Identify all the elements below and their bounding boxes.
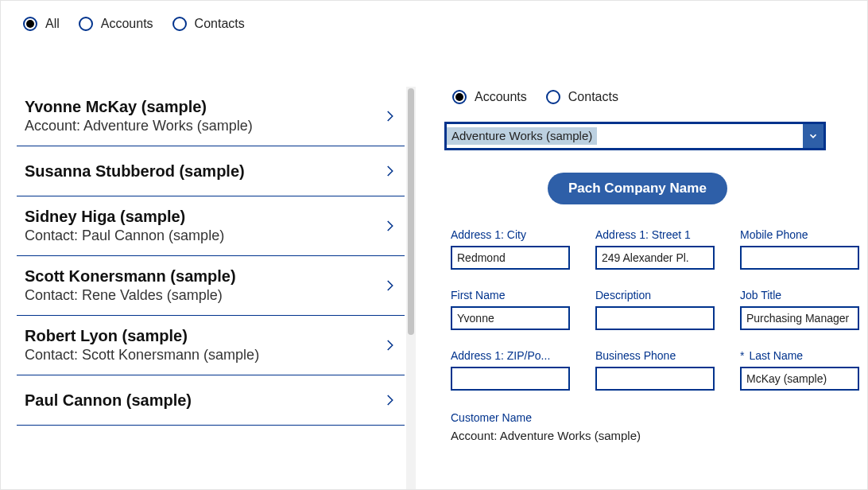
field-label: Description bbox=[595, 289, 715, 301]
detail-filter-radio[interactable]: Contacts bbox=[546, 90, 618, 104]
top-filter-radios: AllAccountsContacts bbox=[1, 1, 867, 31]
list-item[interactable]: Sidney Higa (sample)Contact: Paul Cannon… bbox=[17, 196, 405, 256]
field-label-text: Description bbox=[595, 289, 651, 301]
field-input[interactable] bbox=[595, 246, 715, 270]
list-item-texts: Scott Konersmann (sample)Contact: Rene V… bbox=[25, 267, 374, 304]
pach-company-name-button[interactable]: Pach Company Name bbox=[548, 173, 727, 204]
chevron-down-icon[interactable] bbox=[803, 124, 823, 148]
top-filter-radio[interactable]: All bbox=[23, 17, 60, 31]
radio-icon bbox=[23, 17, 37, 31]
chevron-right-icon bbox=[382, 103, 397, 130]
chevron-right-icon bbox=[382, 158, 397, 185]
customer-name-value: Account: Adventure Works (sample) bbox=[451, 429, 859, 442]
required-star-icon: * bbox=[740, 349, 744, 362]
chevron-right-icon bbox=[382, 212, 397, 239]
body: Yvonne McKay (sample)Account: Adventure … bbox=[17, 87, 859, 489]
list-item-texts: Yvonne McKay (sample)Account: Adventure … bbox=[25, 98, 374, 134]
field-item: Business Phone bbox=[595, 349, 715, 391]
field-label-text: First Name bbox=[451, 289, 505, 301]
field-label-text: Last Name bbox=[749, 349, 803, 362]
list-item-title: Yvonne McKay (sample) bbox=[25, 98, 374, 116]
scrollbar-thumb[interactable] bbox=[408, 88, 414, 335]
top-filter-radio[interactable]: Contacts bbox=[172, 17, 245, 31]
field-item: Job Title bbox=[740, 289, 859, 330]
detail-filter-label: Accounts bbox=[475, 90, 527, 104]
app-root: AllAccountsContacts Yvonne McKay (sample… bbox=[0, 0, 868, 490]
field-label-text: Job Title bbox=[740, 289, 781, 301]
list-item[interactable]: Scott Konersmann (sample)Contact: Rene V… bbox=[17, 256, 405, 316]
field-label: Job Title bbox=[740, 289, 859, 301]
field-label-text: Address 1: ZIP/Po... bbox=[451, 349, 550, 362]
list-item-title: Susanna Stubberod (sample) bbox=[25, 162, 374, 181]
chevron-right-icon bbox=[382, 332, 397, 359]
field-input[interactable] bbox=[740, 246, 859, 270]
field-item: First Name bbox=[451, 289, 570, 330]
field-item: Description bbox=[595, 289, 715, 330]
list-item-texts: Susanna Stubberod (sample) bbox=[25, 162, 374, 181]
top-filter-label: Accounts bbox=[101, 17, 153, 31]
list-item-title: Scott Konersmann (sample) bbox=[25, 267, 374, 286]
field-input[interactable] bbox=[451, 306, 570, 330]
detail-filter-label: Contacts bbox=[568, 90, 618, 104]
field-label: Address 1: Street 1 bbox=[595, 228, 715, 241]
field-label: Address 1: ZIP/Po... bbox=[451, 349, 570, 362]
list-item-texts: Sidney Higa (sample)Contact: Paul Cannon… bbox=[25, 208, 374, 244]
field-label-text: Business Phone bbox=[595, 349, 676, 362]
field-label-text: Address 1: City bbox=[451, 228, 526, 241]
field-grid: Address 1: CityAddress 1: Street 1Mobile… bbox=[451, 228, 859, 391]
field-label: Business Phone bbox=[595, 349, 715, 362]
list-item-title: Sidney Higa (sample) bbox=[25, 208, 374, 226]
list-item[interactable]: Susanna Stubberod (sample) bbox=[17, 146, 405, 196]
field-item: Address 1: Street 1 bbox=[595, 228, 715, 270]
detail-filter-radios: AccountsContacts bbox=[444, 90, 859, 104]
list-item-title: Robert Lyon (sample) bbox=[25, 327, 374, 345]
field-input[interactable] bbox=[740, 306, 859, 330]
account-select[interactable]: Adventure Works (sample) bbox=[444, 122, 826, 150]
top-filter-label: Contacts bbox=[195, 17, 245, 31]
detail-pane: AccountsContacts Adventure Works (sample… bbox=[444, 87, 859, 489]
radio-icon bbox=[79, 17, 93, 31]
radio-icon bbox=[546, 90, 560, 104]
field-label: *Last Name bbox=[740, 349, 859, 362]
field-input[interactable] bbox=[595, 306, 715, 330]
top-filter-label: All bbox=[45, 17, 60, 31]
chevron-right-icon bbox=[382, 272, 397, 299]
field-input[interactable] bbox=[740, 367, 859, 391]
list-item-texts: Paul Cannon (sample) bbox=[25, 391, 374, 410]
field-label: First Name bbox=[451, 289, 570, 301]
list-item[interactable]: Yvonne McKay (sample)Account: Adventure … bbox=[17, 87, 405, 146]
radio-icon bbox=[172, 17, 187, 31]
field-item: Mobile Phone bbox=[740, 228, 859, 270]
list-item-subtitle: Contact: Rene Valdes (sample) bbox=[25, 287, 374, 304]
field-label: Address 1: City bbox=[451, 228, 570, 241]
list-item[interactable]: Robert Lyon (sample)Contact: Scott Koner… bbox=[17, 316, 405, 375]
radio-icon bbox=[452, 90, 467, 104]
field-input[interactable] bbox=[451, 246, 570, 270]
field-input[interactable] bbox=[595, 367, 715, 391]
detail-filter-radio[interactable]: Accounts bbox=[452, 90, 527, 104]
list-item-subtitle: Contact: Scott Konersmann (sample) bbox=[25, 347, 374, 364]
field-input[interactable] bbox=[451, 367, 570, 391]
list-scroll[interactable]: Yvonne McKay (sample)Account: Adventure … bbox=[17, 87, 405, 489]
list-item-title: Paul Cannon (sample) bbox=[25, 391, 374, 410]
field-item: *Last Name bbox=[740, 349, 859, 391]
customer-name-label: Customer Name bbox=[451, 411, 859, 424]
field-label-text: Address 1: Street 1 bbox=[595, 228, 691, 241]
customer-name-block: Customer Name Account: Adventure Works (… bbox=[451, 411, 859, 442]
scrollbar[interactable] bbox=[406, 87, 416, 489]
chevron-right-icon bbox=[382, 387, 397, 414]
account-select-text: Adventure Works (sample) bbox=[447, 127, 597, 145]
field-label-text: Mobile Phone bbox=[740, 228, 808, 241]
top-filter-radio[interactable]: Accounts bbox=[79, 17, 153, 31]
list-item-subtitle: Account: Adventure Works (sample) bbox=[25, 118, 374, 134]
list-item-subtitle: Contact: Paul Cannon (sample) bbox=[25, 228, 374, 244]
list-pane: Yvonne McKay (sample)Account: Adventure … bbox=[17, 87, 405, 489]
field-label: Mobile Phone bbox=[740, 228, 859, 241]
list-item[interactable]: Paul Cannon (sample) bbox=[17, 375, 405, 426]
field-item: Address 1: City bbox=[451, 228, 570, 270]
list-item-texts: Robert Lyon (sample)Contact: Scott Koner… bbox=[25, 327, 374, 364]
field-item: Address 1: ZIP/Po... bbox=[451, 349, 570, 391]
